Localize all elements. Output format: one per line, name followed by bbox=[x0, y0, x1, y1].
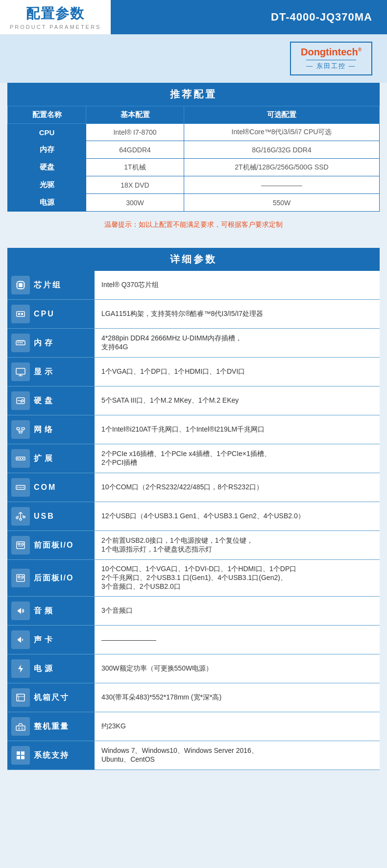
logo-sub: — 东田工控 — bbox=[306, 60, 356, 71]
detail-value: 12个USB口（4个USB3.1 Gen1、4个USB3.1 Gen2、4个US… bbox=[95, 502, 380, 530]
row-optional: 550W bbox=[184, 194, 380, 212]
detail-row: 机箱尺寸430(带耳朵483)*552*178mm (宽*深*高) bbox=[7, 683, 380, 712]
svg-text:9: 9 bbox=[20, 399, 23, 404]
recommended-table: 配置名称 基本配置 可选配置 CPUIntel® I7-8700Intel®Co… bbox=[7, 106, 380, 212]
col-optional: 可选配置 bbox=[184, 106, 380, 124]
detail-label: COM bbox=[7, 473, 95, 502]
row-basic: 64GDDR4 bbox=[86, 141, 184, 159]
row-name: 内存 bbox=[8, 141, 86, 159]
detail-label-text: 扩展 bbox=[34, 454, 55, 464]
svg-point-47 bbox=[20, 487, 21, 488]
detail-icon bbox=[11, 362, 30, 381]
detail-label-text: 显示 bbox=[34, 367, 55, 377]
row-name: 硬盘 bbox=[8, 159, 86, 176]
svg-rect-33 bbox=[17, 428, 20, 430]
detail-label-text: COM bbox=[34, 483, 56, 492]
detail-label-text: 电源 bbox=[34, 664, 55, 674]
detail-label-text: 网络 bbox=[34, 425, 55, 435]
detail-label-text: 声卡 bbox=[34, 635, 55, 645]
detail-row: USB12个USB口（4个USB3.1 Gen1、4个USB3.1 Gen2、4… bbox=[7, 502, 380, 531]
detail-row: 电源300W额定功率（可更换550W电源） bbox=[7, 654, 380, 683]
svg-point-52 bbox=[16, 517, 18, 519]
header-model: DT-4000-JQ370MA bbox=[111, 0, 387, 34]
svg-rect-71 bbox=[17, 756, 20, 759]
detail-icon bbox=[11, 630, 30, 649]
table-row: CPUIntel® I7-8700Intel®Core™8代i3/i5/i7 C… bbox=[8, 124, 380, 141]
detail-row: 音频3个音频口 bbox=[7, 597, 380, 626]
svg-rect-69 bbox=[17, 751, 20, 755]
detail-label: 声卡 bbox=[7, 626, 95, 654]
svg-point-46 bbox=[19, 487, 20, 488]
svg-marker-63 bbox=[18, 665, 23, 673]
detail-label-text: 硬盘 bbox=[34, 396, 55, 406]
detail-icon bbox=[11, 478, 30, 497]
detail-icon bbox=[11, 602, 30, 620]
detail-label: 扩展 bbox=[7, 444, 95, 473]
header-title-box: 配置参数 PRODUCT PARAMETERS bbox=[0, 0, 111, 34]
detail-value: Intel® Q370芯片组 bbox=[95, 271, 380, 299]
detail-label: USB bbox=[7, 502, 95, 530]
detail-label: KG整机重量 bbox=[7, 712, 95, 741]
detail-label: 机箱尺寸 bbox=[7, 683, 95, 712]
row-basic: 1T机械 bbox=[86, 159, 184, 176]
logo-brand: Dongtintech® bbox=[301, 47, 362, 58]
warning-text: 温馨提示：如以上配置不能满足要求，可根据客户要求定制 bbox=[7, 212, 380, 238]
detail-label-text: 机箱尺寸 bbox=[34, 693, 69, 703]
detail-label: 前面板I/O bbox=[7, 531, 95, 559]
detail-value: 1个VGA口、1个DP口、1个HDMI口、1个DVI口 bbox=[95, 358, 380, 386]
detail-label-text: CPU bbox=[34, 310, 55, 318]
detail-icon bbox=[11, 507, 30, 526]
detail-label-text: 内存 bbox=[34, 338, 55, 348]
detail-value: 5个SATA III口、1个M.2 MKey、1个M.2 EKey bbox=[95, 386, 380, 415]
detail-label: 9硬盘 bbox=[7, 386, 95, 415]
detail-label-text: 整机重量 bbox=[34, 722, 69, 732]
row-name: 光驱 bbox=[8, 176, 86, 194]
svg-text:KG: KG bbox=[18, 727, 24, 730]
detail-icon bbox=[11, 449, 30, 468]
row-basic: 300W bbox=[86, 194, 184, 212]
table-row: 内存64GDDR48G/16G/32G DDR4 bbox=[8, 141, 380, 159]
row-name: 电源 bbox=[8, 194, 86, 212]
detail-row: 显示1个VGA口、1个DP口、1个HDMI口、1个DVI口 bbox=[7, 358, 380, 386]
detail-row: 网络1个Intel®i210AT千兆网口、1个Intel®I219LM千兆网口 bbox=[7, 415, 380, 444]
detail-row: 内存4*288pin DDR4 2666MHz U-DIMM内存插槽， 支持64… bbox=[7, 329, 380, 358]
detail-label-text: 音频 bbox=[34, 606, 55, 616]
svg-rect-24 bbox=[20, 342, 21, 343]
detail-row: COM10个COM口（2个RS232/422/485口，8个RS232口） bbox=[7, 473, 380, 502]
svg-point-54 bbox=[20, 518, 22, 520]
svg-point-49 bbox=[23, 487, 24, 488]
svg-rect-25 bbox=[22, 342, 23, 343]
detail-value: ———————— bbox=[95, 626, 380, 654]
detail-label-text: 芯片组 bbox=[34, 280, 62, 290]
table-row: 光驱18X DVD—————— bbox=[8, 176, 380, 194]
detail-label: 系统支持 bbox=[7, 741, 95, 770]
row-basic: 18X DVD bbox=[86, 176, 184, 194]
svg-point-57 bbox=[22, 543, 24, 545]
row-basic: Intel® I7-8700 bbox=[86, 124, 184, 141]
detail-icon: 9 bbox=[11, 391, 30, 410]
detail-row: 扩展2个PCIe x16插槽、1个PCIe x4插槽、1个PCIe×1插槽、 2… bbox=[7, 444, 380, 473]
detail-label: 音频 bbox=[7, 597, 95, 625]
svg-rect-42 bbox=[20, 458, 21, 459]
detail-icon bbox=[11, 536, 30, 555]
svg-rect-1 bbox=[19, 283, 23, 287]
header-title-en: PRODUCT PARAMETERS bbox=[10, 24, 101, 30]
row-optional: Intel®Core™8代i3/i5/i7 CPU可选 bbox=[184, 124, 380, 141]
col-name: 配置名称 bbox=[8, 106, 86, 124]
detail-icon bbox=[11, 569, 30, 587]
detail-label-text: 系统支持 bbox=[34, 750, 69, 761]
detail-value: 10个COM口、1个VGA口、1个DVI-D口、1个HDMI口、1个DP口 2个… bbox=[95, 560, 380, 596]
svg-rect-43 bbox=[22, 458, 24, 459]
detail-row: 芯片组Intel® Q370芯片组 bbox=[7, 271, 380, 300]
logo-box: Dongtintech® — 东田工控 — bbox=[290, 42, 372, 75]
logo-area: Dongtintech® — 东田工控 — bbox=[0, 34, 387, 83]
row-name: CPU bbox=[8, 124, 86, 141]
svg-rect-56 bbox=[18, 543, 20, 545]
svg-rect-35 bbox=[19, 431, 22, 433]
svg-rect-64 bbox=[17, 694, 24, 701]
svg-rect-70 bbox=[21, 751, 24, 755]
detail-icon bbox=[11, 420, 30, 439]
svg-rect-53 bbox=[23, 516, 25, 518]
recommended-section: 推荐配置 配置名称 基本配置 可选配置 CPUIntel® I7-8700Int… bbox=[7, 83, 380, 238]
svg-rect-34 bbox=[22, 428, 24, 430]
